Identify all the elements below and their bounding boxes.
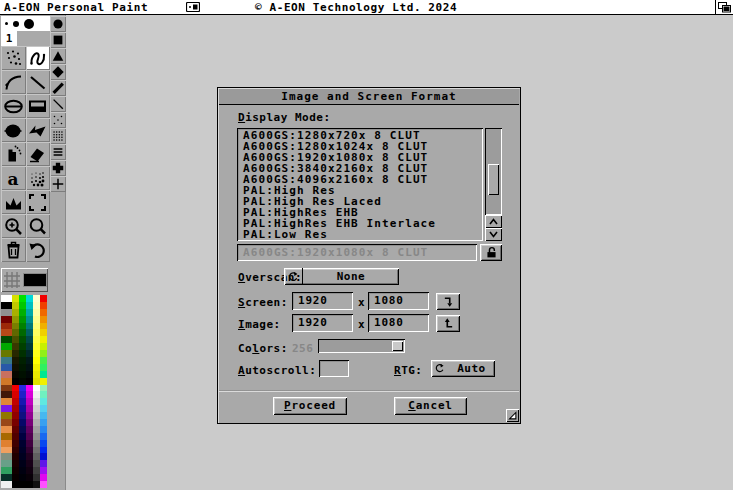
tool-menu-lines[interactable] xyxy=(50,144,66,160)
palette-color-13-5[interactable] xyxy=(40,385,47,392)
palette-color-9-2[interactable] xyxy=(19,357,26,364)
palette-color-6-3[interactable] xyxy=(26,336,33,343)
scrollbar-thumb[interactable] xyxy=(488,164,499,195)
palette-color-2-3[interactable] xyxy=(26,309,33,316)
palette-color-9-4[interactable] xyxy=(33,357,40,364)
palette-color-8-0[interactable] xyxy=(1,350,12,357)
palette-color-26-2[interactable] xyxy=(19,474,26,481)
palette-color-11-1[interactable] xyxy=(12,371,19,378)
tool-select-frame[interactable] xyxy=(26,190,51,214)
palette-color-20-4[interactable] xyxy=(33,433,40,440)
tool-polygon[interactable] xyxy=(26,118,51,142)
palette-color-9-0[interactable] xyxy=(1,357,12,364)
palette-color-18-3[interactable] xyxy=(26,419,33,426)
palette-color-23-5[interactable] xyxy=(40,453,47,460)
overscan-cycle[interactable]: None xyxy=(284,268,399,285)
palette-color-3-1[interactable] xyxy=(12,316,19,323)
current-color-swatch[interactable] xyxy=(24,274,46,286)
palette-color-26-0[interactable] xyxy=(1,474,12,481)
palette-color-13-3[interactable] xyxy=(26,385,33,392)
palette-color-20-2[interactable] xyxy=(19,433,26,440)
palette-color-19-5[interactable] xyxy=(40,426,47,433)
display-mode-list[interactable]: A600GS:1280x720x 8 CLUTA600GS:1280x1024x… xyxy=(237,128,483,241)
scroll-down-button[interactable] xyxy=(485,228,502,241)
palette-color-11-2[interactable] xyxy=(19,371,26,378)
palette-color-10-4[interactable] xyxy=(33,364,40,371)
palette-color-7-2[interactable] xyxy=(19,343,26,350)
tool-filled-triangle[interactable] xyxy=(50,48,66,64)
palette-color-0-0[interactable] xyxy=(1,295,12,302)
proceed-button[interactable]: Proceed xyxy=(273,397,347,415)
palette-color-11-0[interactable] xyxy=(1,371,12,378)
palette-color-9-1[interactable] xyxy=(12,357,19,364)
palette-color-6-0[interactable] xyxy=(1,336,12,343)
palette-color-1-1[interactable] xyxy=(12,302,19,309)
selected-mode-field[interactable]: A600GS:1920x1080x 8 CLUT xyxy=(237,244,477,261)
palette-color-24-5[interactable] xyxy=(40,460,47,467)
palette-color-12-1[interactable] xyxy=(12,378,19,385)
palette-color-14-3[interactable] xyxy=(26,391,33,398)
tool-text[interactable]: a xyxy=(1,166,26,190)
palette-color-21-0[interactable] xyxy=(1,440,12,447)
copy-image-to-screen-button[interactable] xyxy=(436,315,460,332)
tool-filled-ellipse[interactable] xyxy=(1,118,26,142)
palette-color-24-1[interactable] xyxy=(12,460,19,467)
palette-color-23-1[interactable] xyxy=(12,453,19,460)
palette-color-3-2[interactable] xyxy=(19,316,26,323)
palette-color-6-5[interactable] xyxy=(40,336,47,343)
palette-color-5-5[interactable] xyxy=(40,329,47,336)
palette-color-24-2[interactable] xyxy=(19,460,26,467)
copy-screen-to-image-button[interactable] xyxy=(436,293,460,310)
palette-color-9-5[interactable] xyxy=(40,357,47,364)
palette-color-13-0[interactable] xyxy=(1,385,12,392)
palette-color-24-4[interactable] xyxy=(33,460,40,467)
palette-color-12-2[interactable] xyxy=(19,378,26,385)
palette-color-14-5[interactable] xyxy=(40,391,47,398)
palette-color-27-5[interactable] xyxy=(40,481,47,488)
palette-color-13-2[interactable] xyxy=(19,385,26,392)
screen-height-field[interactable]: 1080 xyxy=(368,292,429,310)
tool-bold-plus[interactable] xyxy=(50,160,66,176)
palette-color-26-3[interactable] xyxy=(26,474,33,481)
mode-lock-button[interactable] xyxy=(480,244,502,261)
tool-fill-wedge[interactable] xyxy=(26,142,51,166)
palette-color-17-2[interactable] xyxy=(19,412,26,419)
palette-color-26-4[interactable] xyxy=(33,474,40,481)
palette-color-19-4[interactable] xyxy=(33,426,40,433)
tool-undo[interactable] xyxy=(26,238,51,262)
palette-color-24-0[interactable] xyxy=(1,460,12,467)
tool-line[interactable] xyxy=(26,70,51,94)
palette-color-7-1[interactable] xyxy=(12,343,19,350)
palette-color-21-3[interactable] xyxy=(26,440,33,447)
tool-airbrush[interactable] xyxy=(1,46,26,70)
tool-freehand-draw[interactable] xyxy=(26,46,51,70)
tool-magnify[interactable] xyxy=(26,214,51,238)
tool-crown-brush[interactable] xyxy=(1,190,26,214)
tool-curve[interactable] xyxy=(1,70,26,94)
palette-color-18-0[interactable] xyxy=(1,419,12,426)
palette-color-17-0[interactable] xyxy=(1,412,12,419)
autoscroll-checkbox[interactable] xyxy=(319,360,349,377)
palette-color-25-3[interactable] xyxy=(26,467,33,474)
palette-color-21-1[interactable] xyxy=(12,440,19,447)
palette-color-1-3[interactable] xyxy=(26,302,33,309)
palette-color-22-1[interactable] xyxy=(12,447,19,454)
palette-color-18-1[interactable] xyxy=(12,419,19,426)
palette-color-24-3[interactable] xyxy=(26,460,33,467)
palette-color-9-3[interactable] xyxy=(26,357,33,364)
palette-color-11-4[interactable] xyxy=(33,371,40,378)
palette-color-17-5[interactable] xyxy=(40,412,47,419)
palette-color-5-2[interactable] xyxy=(19,329,26,336)
palette-color-22-5[interactable] xyxy=(40,447,47,454)
palette-color-27-1[interactable] xyxy=(12,481,19,488)
palette-color-27-2[interactable] xyxy=(19,481,26,488)
tool-ellipse[interactable] xyxy=(1,94,26,118)
palette-color-8-5[interactable] xyxy=(40,350,47,357)
palette-color-20-3[interactable] xyxy=(26,433,33,440)
rtg-cycle[interactable]: Auto xyxy=(431,360,495,377)
tool-filled-diamond[interactable] xyxy=(50,64,66,80)
colors-slider[interactable] xyxy=(318,339,405,353)
palette-color-15-2[interactable] xyxy=(19,398,26,405)
colors-slider-knob[interactable] xyxy=(392,341,403,351)
palette-color-12-4[interactable] xyxy=(33,378,40,385)
